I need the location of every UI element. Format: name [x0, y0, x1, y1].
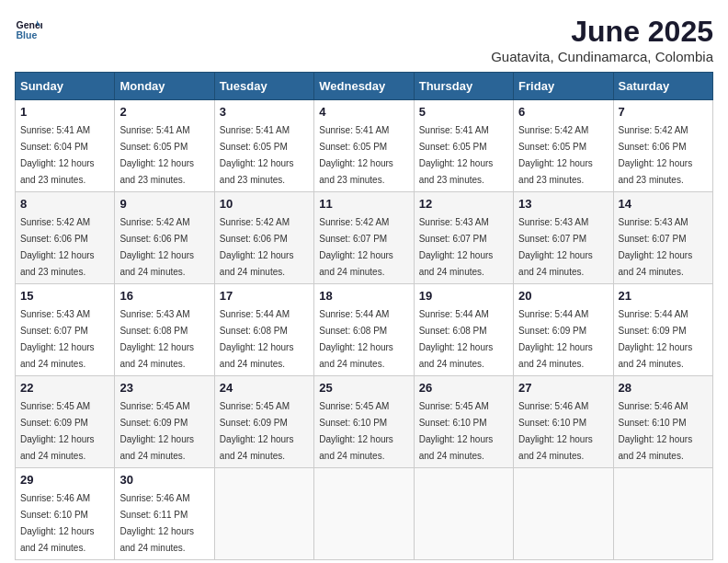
calendar-cell: 14 Sunrise: 5:43 AMSunset: 6:07 PMDaylig… [613, 192, 712, 284]
calendar-cell [613, 468, 712, 560]
calendar-cell: 27 Sunrise: 5:46 AMSunset: 6:10 PMDaylig… [514, 376, 613, 468]
day-info: Sunrise: 5:41 AMSunset: 6:05 PMDaylight:… [119, 125, 194, 185]
day-info: Sunrise: 5:43 AMSunset: 6:08 PMDaylight:… [119, 309, 194, 369]
weekday-header: Tuesday [214, 73, 313, 100]
day-info: Sunrise: 5:43 AMSunset: 6:07 PMDaylight:… [419, 217, 494, 277]
location-title: Guatavita, Cundinamarca, Colombia [491, 49, 713, 64]
day-number: 16 [119, 289, 209, 303]
calendar-cell: 22 Sunrise: 5:45 AMSunset: 6:09 PMDaylig… [16, 376, 115, 468]
month-title: June 2025 [491, 15, 713, 49]
logo: General Blue [15, 15, 42, 42]
calendar-cell [514, 468, 613, 560]
weekday-header: Wednesday [314, 73, 414, 100]
weekday-header: Monday [115, 73, 214, 100]
day-info: Sunrise: 5:45 AMSunset: 6:09 PMDaylight:… [119, 401, 194, 461]
day-number: 6 [518, 105, 608, 119]
day-number: 27 [518, 381, 608, 395]
weekday-header-row: SundayMondayTuesdayWednesdayThursdayFrid… [16, 73, 713, 100]
day-number: 5 [419, 105, 508, 119]
day-number: 21 [619, 289, 708, 303]
day-number: 28 [619, 381, 708, 395]
day-number: 2 [119, 105, 209, 119]
calendar-cell: 4 Sunrise: 5:41 AMSunset: 6:05 PMDayligh… [314, 100, 414, 192]
weekday-header: Friday [514, 73, 613, 100]
calendar-cell: 1 Sunrise: 5:41 AMSunset: 6:04 PMDayligh… [16, 100, 115, 192]
calendar-week-row: 8 Sunrise: 5:42 AMSunset: 6:06 PMDayligh… [16, 192, 713, 284]
day-info: Sunrise: 5:44 AMSunset: 6:08 PMDaylight:… [319, 309, 393, 369]
day-number: 13 [518, 197, 608, 211]
day-number: 14 [619, 197, 708, 211]
calendar-week-row: 15 Sunrise: 5:43 AMSunset: 6:07 PMDaylig… [16, 284, 713, 376]
weekday-header: Sunday [16, 73, 115, 100]
calendar-cell: 9 Sunrise: 5:42 AMSunset: 6:06 PMDayligh… [115, 192, 214, 284]
day-info: Sunrise: 5:44 AMSunset: 6:09 PMDaylight:… [518, 309, 593, 369]
day-number: 4 [319, 105, 408, 119]
calendar-cell: 13 Sunrise: 5:43 AMSunset: 6:07 PMDaylig… [514, 192, 613, 284]
day-number: 24 [220, 381, 309, 395]
page-header: General Blue June 2025 Guatavita, Cundin… [15, 15, 713, 64]
day-info: Sunrise: 5:42 AMSunset: 6:06 PMDaylight:… [619, 125, 693, 185]
calendar-cell: 5 Sunrise: 5:41 AMSunset: 6:05 PMDayligh… [414, 100, 513, 192]
day-info: Sunrise: 5:41 AMSunset: 6:04 PMDaylight:… [20, 125, 95, 185]
svg-text:Blue: Blue [17, 29, 38, 40]
calendar-cell: 29 Sunrise: 5:46 AMSunset: 6:10 PMDaylig… [16, 468, 115, 560]
calendar-cell: 12 Sunrise: 5:43 AMSunset: 6:07 PMDaylig… [414, 192, 513, 284]
title-area: June 2025 Guatavita, Cundinamarca, Colom… [491, 15, 713, 64]
day-number: 11 [319, 197, 408, 211]
calendar-cell: 7 Sunrise: 5:42 AMSunset: 6:06 PMDayligh… [613, 100, 712, 192]
day-info: Sunrise: 5:45 AMSunset: 6:09 PMDaylight:… [20, 401, 95, 461]
calendar-cell: 25 Sunrise: 5:45 AMSunset: 6:10 PMDaylig… [314, 376, 414, 468]
day-info: Sunrise: 5:41 AMSunset: 6:05 PMDaylight:… [319, 125, 393, 185]
day-number: 8 [20, 197, 109, 211]
calendar-cell: 30 Sunrise: 5:46 AMSunset: 6:11 PMDaylig… [115, 468, 214, 560]
calendar-cell [214, 468, 313, 560]
calendar-table: SundayMondayTuesdayWednesdayThursdayFrid… [15, 72, 713, 560]
day-number: 10 [220, 197, 309, 211]
calendar-cell: 3 Sunrise: 5:41 AMSunset: 6:05 PMDayligh… [214, 100, 313, 192]
day-info: Sunrise: 5:45 AMSunset: 6:10 PMDaylight:… [419, 401, 494, 461]
day-info: Sunrise: 5:41 AMSunset: 6:05 PMDaylight:… [220, 125, 294, 185]
calendar-cell: 11 Sunrise: 5:42 AMSunset: 6:07 PMDaylig… [314, 192, 414, 284]
day-info: Sunrise: 5:45 AMSunset: 6:10 PMDaylight:… [319, 401, 393, 461]
day-info: Sunrise: 5:42 AMSunset: 6:07 PMDaylight:… [319, 217, 393, 277]
day-info: Sunrise: 5:44 AMSunset: 6:08 PMDaylight:… [220, 309, 294, 369]
day-info: Sunrise: 5:42 AMSunset: 6:06 PMDaylight:… [220, 217, 294, 277]
day-number: 18 [319, 289, 408, 303]
calendar-cell: 19 Sunrise: 5:44 AMSunset: 6:08 PMDaylig… [414, 284, 513, 376]
day-info: Sunrise: 5:45 AMSunset: 6:09 PMDaylight:… [220, 401, 294, 461]
day-number: 3 [220, 105, 309, 119]
day-number: 29 [20, 473, 109, 487]
calendar-cell: 18 Sunrise: 5:44 AMSunset: 6:08 PMDaylig… [314, 284, 414, 376]
calendar-cell: 16 Sunrise: 5:43 AMSunset: 6:08 PMDaylig… [115, 284, 214, 376]
day-info: Sunrise: 5:46 AMSunset: 6:10 PMDaylight:… [518, 401, 593, 461]
day-info: Sunrise: 5:46 AMSunset: 6:10 PMDaylight:… [20, 493, 95, 553]
day-info: Sunrise: 5:43 AMSunset: 6:07 PMDaylight:… [518, 217, 593, 277]
day-number: 17 [220, 289, 309, 303]
calendar-cell: 20 Sunrise: 5:44 AMSunset: 6:09 PMDaylig… [514, 284, 613, 376]
weekday-header: Thursday [414, 73, 513, 100]
calendar-week-row: 1 Sunrise: 5:41 AMSunset: 6:04 PMDayligh… [16, 100, 713, 192]
weekday-header: Saturday [613, 73, 712, 100]
calendar-cell: 23 Sunrise: 5:45 AMSunset: 6:09 PMDaylig… [115, 376, 214, 468]
day-info: Sunrise: 5:44 AMSunset: 6:08 PMDaylight:… [419, 309, 494, 369]
calendar-week-row: 22 Sunrise: 5:45 AMSunset: 6:09 PMDaylig… [16, 376, 713, 468]
day-number: 20 [518, 289, 608, 303]
day-number: 19 [419, 289, 508, 303]
calendar-cell [414, 468, 513, 560]
day-info: Sunrise: 5:42 AMSunset: 6:06 PMDaylight:… [119, 217, 194, 277]
day-info: Sunrise: 5:43 AMSunset: 6:07 PMDaylight:… [20, 309, 95, 369]
calendar-cell: 2 Sunrise: 5:41 AMSunset: 6:05 PMDayligh… [115, 100, 214, 192]
calendar-cell: 24 Sunrise: 5:45 AMSunset: 6:09 PMDaylig… [214, 376, 313, 468]
calendar-cell: 8 Sunrise: 5:42 AMSunset: 6:06 PMDayligh… [16, 192, 115, 284]
calendar-cell: 17 Sunrise: 5:44 AMSunset: 6:08 PMDaylig… [214, 284, 313, 376]
day-number: 15 [20, 289, 109, 303]
calendar-cell [314, 468, 414, 560]
day-info: Sunrise: 5:42 AMSunset: 6:06 PMDaylight:… [20, 217, 95, 277]
day-number: 25 [319, 381, 408, 395]
calendar-cell: 10 Sunrise: 5:42 AMSunset: 6:06 PMDaylig… [214, 192, 313, 284]
day-info: Sunrise: 5:44 AMSunset: 6:09 PMDaylight:… [619, 309, 693, 369]
day-info: Sunrise: 5:46 AMSunset: 6:10 PMDaylight:… [619, 401, 693, 461]
day-info: Sunrise: 5:43 AMSunset: 6:07 PMDaylight:… [619, 217, 693, 277]
calendar-cell: 28 Sunrise: 5:46 AMSunset: 6:10 PMDaylig… [613, 376, 712, 468]
day-info: Sunrise: 5:42 AMSunset: 6:05 PMDaylight:… [518, 125, 593, 185]
